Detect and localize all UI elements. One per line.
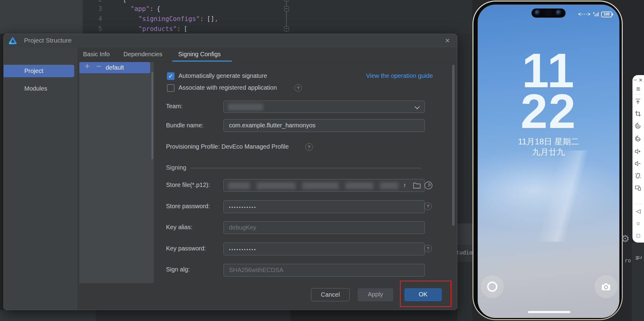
signing-config-list: + − default: [79, 62, 154, 283]
clock-minute: 22: [478, 91, 619, 132]
sidebar-item-label: Project: [24, 67, 43, 74]
line-number: 3: [88, 4, 102, 14]
terminal-panel-sliver: [457, 34, 473, 321]
active-tab-underline: [172, 60, 232, 62]
console-icon[interactable]: [635, 255, 643, 263]
statusbar-mid: [96, 310, 290, 321]
lockscreen-lunar-date: 九月廿九: [478, 147, 619, 157]
line-number: 4: [88, 14, 102, 24]
store-file-input[interactable]: r: [223, 179, 425, 192]
tab-basic-info[interactable]: Basic Info: [83, 51, 110, 58]
lock-shortcut-button[interactable]: [481, 275, 504, 298]
tab-signing-configs[interactable]: Signing Configs: [178, 51, 221, 58]
no-signal-x: x: [593, 11, 595, 15]
auto-generate-checkbox[interactable]: ✓: [167, 72, 175, 80]
bundle-name-input[interactable]: com.example.flutter_harmonyos: [223, 119, 425, 132]
key-alias-label: Key alias:: [166, 224, 192, 231]
dialog-sidebar: Project Modules: [4, 47, 77, 310]
phone-device: <···> x 100 11 22 11月18日 星期二 九月廿九: [473, 1, 623, 320]
redacted-text: [345, 182, 373, 189]
fold-marker-icon: −: [284, 6, 289, 11]
console-strip: [632, 243, 644, 321]
code-token: "products": [138, 25, 177, 33]
code-token: :: [150, 5, 154, 12]
deveco-logo: [9, 36, 17, 45]
signing-section-label: Signing: [166, 164, 186, 171]
close-icon[interactable]: ×: [445, 36, 450, 45]
redacted-text: [380, 182, 398, 189]
associate-checkbox[interactable]: [167, 84, 175, 92]
code-token: [: [184, 25, 188, 33]
menu-icon[interactable]: ≡: [635, 85, 642, 93]
rotate-device-icon[interactable]: [635, 123, 642, 130]
team-label: Team:: [166, 103, 182, 110]
camera-shortcut-button[interactable]: [594, 275, 618, 298]
tab-bar: Basic Info Dependencies Signing Configs: [77, 47, 457, 62]
help-icon[interactable]: ?: [424, 245, 432, 252]
close-icon[interactable]: ×: [637, 76, 644, 84]
wallpaper-arc: [478, 150, 619, 242]
sign-alg-value: SHA256withECDSA: [229, 267, 283, 274]
shake-icon[interactable]: [635, 172, 642, 180]
volume-up-icon[interactable]: [635, 148, 642, 155]
key-password-label: Key password:: [166, 245, 206, 252]
home-indicator[interactable]: [528, 311, 570, 313]
team-select[interactable]: [223, 101, 425, 113]
key-password-input[interactable]: •••••••••••: [223, 243, 425, 255]
sidebar-item-project[interactable]: Project: [4, 65, 74, 77]
redacted-text: [302, 182, 339, 189]
phone-screen[interactable]: <···> x 100 11 22 11月18日 星期二 九月廿九: [478, 5, 619, 318]
store-file-suffix: r: [404, 182, 406, 189]
code-editor: 2 − { 3 − "app":{ 4 "signingConfigs":[],…: [83, 0, 472, 34]
fold-marker-icon: −: [284, 26, 289, 31]
toolbar-divider: [634, 204, 642, 204]
back-icon[interactable]: ◁: [635, 208, 642, 215]
fingerprint-icon[interactable]: [424, 181, 433, 190]
code-token: {: [123, 0, 126, 3]
code-line: 3 − "app":{: [83, 4, 472, 14]
recents-icon[interactable]: □: [635, 232, 642, 239]
front-camera-dot: [534, 9, 542, 17]
phone-bezel: <···> x 100 11 22 11月18日 星期二 九月廿九: [473, 2, 622, 319]
help-icon[interactable]: ?: [424, 202, 432, 210]
tab-dependencies[interactable]: Dependencies: [123, 51, 162, 58]
code-token: []: [207, 15, 214, 22]
add-config-button[interactable]: +: [85, 62, 90, 71]
settings-gear-icon[interactable]: ⚙: [621, 233, 630, 244]
lock-ring-icon: [487, 281, 497, 292]
operation-guide-link[interactable]: View the operation guide: [366, 72, 433, 79]
scroll-to-top-icon[interactable]: [635, 98, 642, 105]
provisioning-profile-text: Provisioning Profile: DevEco Managed Pro…: [166, 143, 289, 150]
cancel-button[interactable]: Cancel: [311, 288, 350, 301]
key-alias-input[interactable]: debugKey: [223, 221, 425, 234]
list-scrollbar[interactable]: [151, 72, 153, 159]
help-icon[interactable]: ?: [294, 84, 302, 92]
store-password-value: •••••••••••: [229, 205, 257, 210]
apply-button[interactable]: Apply: [358, 288, 393, 301]
multi-screen-icon[interactable]: [635, 185, 642, 192]
help-icon[interactable]: ?: [305, 143, 313, 151]
redacted-text: [228, 104, 263, 110]
sign-alg-input[interactable]: SHA256withECDSA: [223, 264, 425, 277]
project-structure-dialog: Project Structure × Project Modules Basi…: [3, 34, 457, 310]
form-scrollbar[interactable]: [452, 65, 455, 226]
key-alias-value: debugKey: [229, 224, 256, 231]
crop-icon[interactable]: [635, 110, 642, 118]
sidebar-item-modules[interactable]: Modules: [24, 85, 47, 92]
front-camera-dot: [556, 9, 563, 17]
sign-alg-label: Sign alg:: [166, 266, 190, 273]
remove-config-button[interactable]: −: [96, 62, 102, 71]
volume-down-icon[interactable]: [635, 160, 642, 167]
list-item-default[interactable]: default: [79, 62, 150, 73]
line-number: 5: [88, 24, 102, 34]
terminal-text-fragment: ro: [625, 257, 631, 264]
camera-icon: [601, 283, 611, 291]
rotate-screen-icon[interactable]: [635, 135, 642, 143]
redacted-text: [228, 182, 250, 189]
bundle-name-value: com.example.flutter_harmonyos: [229, 122, 316, 129]
associate-label: Associate with registered application: [178, 84, 277, 91]
code-line: 5 − "products":[: [83, 24, 472, 34]
home-icon[interactable]: ○: [635, 220, 642, 227]
folder-icon[interactable]: [413, 182, 421, 189]
store-password-input[interactable]: •••••••••••: [223, 200, 425, 213]
